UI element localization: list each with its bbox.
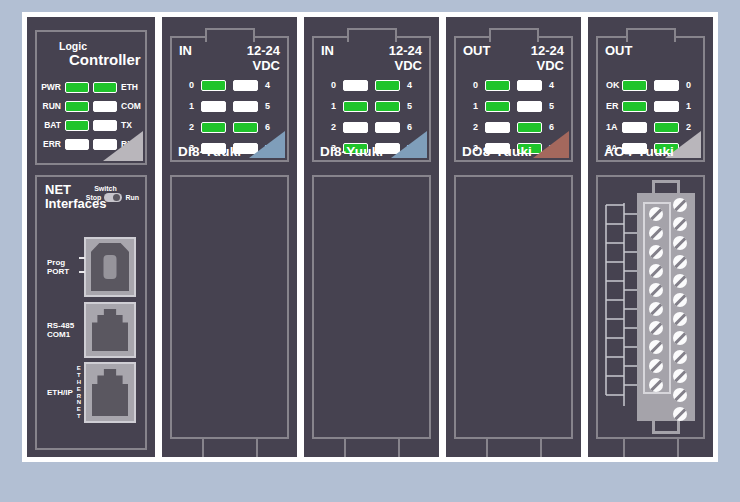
- screw-terminal: [649, 226, 663, 240]
- ethip-label-line1: ETH/IP: [47, 388, 77, 398]
- led-row: PWRETH: [39, 82, 143, 93]
- led-label: 2: [686, 122, 695, 133]
- direction-label: IN: [321, 43, 334, 73]
- led-label: 5: [407, 101, 416, 112]
- rj45-connector-icon: [92, 309, 128, 351]
- screw-terminal: [673, 407, 687, 421]
- voltage-label: 12-24 VDC: [247, 43, 280, 73]
- panel-header: IN 12-24 VDC: [179, 43, 280, 73]
- led-label: ERR: [37, 139, 61, 150]
- ethernet-port-row: ETH/IP ETHERNET: [41, 362, 136, 423]
- screw-terminal: [649, 283, 663, 297]
- run-stop-switch-block: Switch Stop Run: [86, 185, 139, 202]
- led-row: 26: [316, 122, 427, 133]
- module-bottom-notch: [623, 439, 679, 457]
- module-name: DI8-Yuuki: [320, 144, 383, 159]
- screw-terminal: [649, 207, 663, 221]
- led-label: 5: [265, 101, 274, 112]
- led-label: 1A: [606, 122, 615, 133]
- controller-led-grid: PWRETHRUNCOMBATTXERRRX: [39, 82, 143, 150]
- ao4-terminal-area: [596, 175, 705, 439]
- led-row: 15: [174, 101, 285, 112]
- screw-terminal: [673, 388, 687, 402]
- led-indicator: [65, 82, 89, 93]
- led-indicator: [517, 80, 542, 91]
- led-indicator: [233, 80, 258, 91]
- voltage-line1: 12-24: [247, 43, 280, 58]
- led-indicator: [343, 80, 368, 91]
- module-top-notch: [347, 28, 397, 42]
- led-indicator: [233, 122, 258, 133]
- led-label: BAT: [37, 120, 61, 131]
- terminal-block-top-tab: [652, 180, 680, 196]
- ethernet-rj45-port[interactable]: [84, 362, 136, 423]
- module-bottom-notch: [344, 439, 400, 457]
- led-indicator: [485, 101, 510, 112]
- led-label: 2: [327, 122, 336, 133]
- led-indicator: [517, 122, 542, 133]
- led-label: 4: [407, 80, 416, 91]
- led-row: OK0: [600, 80, 701, 91]
- led-indicator: [654, 122, 679, 133]
- led-label: 2: [185, 122, 194, 133]
- led-row: ER1: [600, 101, 701, 112]
- module-top-notch: [489, 28, 539, 42]
- controller-module: Logic Controller PWRETHRUNCOMBATTXERRRX …: [27, 17, 155, 457]
- module-lower-cover: [170, 175, 289, 439]
- rs485-port-label: RS-485 COM1: [41, 321, 84, 340]
- screw-terminal: [673, 236, 687, 250]
- voltage-line1: 12-24: [389, 43, 422, 58]
- screw-terminal: [649, 264, 663, 278]
- direction-label: OUT: [605, 43, 632, 58]
- led-indicator: [93, 139, 117, 150]
- led-indicator: [375, 101, 400, 112]
- rs485-label-line2: COM1: [47, 330, 84, 340]
- led-indicator: [233, 101, 258, 112]
- switch-run-label: Run: [125, 194, 139, 201]
- led-indicator: [375, 80, 400, 91]
- led-indicator: [517, 101, 542, 112]
- led-indicator: [93, 101, 117, 112]
- led-label: 4: [549, 80, 558, 91]
- module-top-notch: [626, 28, 676, 42]
- screw-terminal: [673, 198, 687, 212]
- rj45-connector-icon: [92, 369, 128, 416]
- led-label: 1: [469, 101, 478, 112]
- panel-header: IN 12-24 VDC: [321, 43, 422, 73]
- usb-port[interactable]: [84, 237, 136, 297]
- voltage-line2: VDC: [531, 58, 564, 73]
- led-row: 04: [316, 80, 427, 91]
- rack-frame: Logic Controller PWRETHRUNCOMBATTXERRRX …: [22, 12, 718, 462]
- rs485-rj45-port[interactable]: [84, 302, 136, 358]
- led-label: 4: [265, 80, 274, 91]
- led-indicator: [65, 120, 89, 131]
- led-row: 26: [458, 122, 569, 133]
- voltage-label: 12-24 VDC: [531, 43, 564, 73]
- led-indicator: [485, 80, 510, 91]
- screw-terminal: [673, 217, 687, 231]
- led-indicator: [65, 101, 89, 112]
- net-interfaces-panel: NET Interfaces Switch Stop Run Pro: [35, 175, 147, 450]
- module-lower-cover: [312, 175, 431, 439]
- led-label: 6: [265, 122, 274, 133]
- run-stop-toggle[interactable]: [104, 193, 122, 202]
- screw-terminal: [649, 321, 663, 335]
- led-label: 6: [407, 122, 416, 133]
- led-label: ETH: [121, 82, 145, 93]
- screw-column-left: [649, 207, 663, 392]
- led-label: 6: [549, 122, 558, 133]
- di8-2-led-grid: 04152637: [316, 80, 427, 154]
- led-label: 0: [185, 80, 194, 91]
- direction-label: OUT: [463, 43, 490, 73]
- led-row: 15: [316, 101, 427, 112]
- screw-terminal: [649, 359, 663, 373]
- ao4-led-panel: OUT OK0ER11A22A3 AO4-Yuuki: [596, 36, 705, 162]
- ethip-port-label: ETH/IP: [41, 388, 77, 398]
- toggle-knob: [113, 194, 120, 201]
- module-ao4: OUT OK0ER11A22A3 AO4-Yuuki: [588, 17, 713, 457]
- panel-header: OUT 12-24 VDC: [463, 43, 564, 73]
- led-label: 1: [185, 101, 194, 112]
- led-row: 15: [458, 101, 569, 112]
- rs485-label-line1: RS-485: [47, 321, 84, 331]
- screw-terminal: [673, 312, 687, 326]
